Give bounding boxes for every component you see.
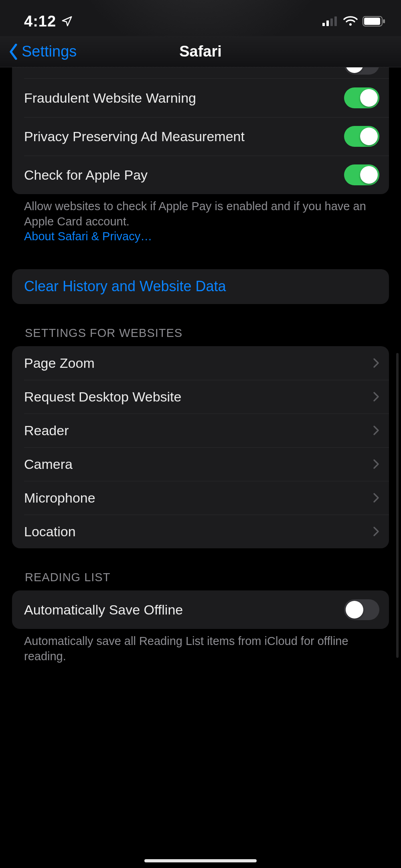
readinglist-group: Automatically Save Offline [12, 590, 389, 629]
chevron-right-icon [373, 358, 379, 368]
request-desktop-row[interactable]: Request Desktop Website [12, 380, 389, 414]
status-bar: 4:12 [0, 0, 401, 36]
svg-rect-1 [326, 20, 329, 26]
privacy-group: Fraudulent Website Warning Privacy Prese… [12, 67, 389, 194]
fraud-warning-label: Fraudulent Website Warning [24, 90, 344, 106]
privacy-ad-measurement-label: Privacy Preserving Ad Measurement [24, 128, 344, 144]
toggle-switch[interactable] [344, 126, 379, 147]
camera-label: Camera [24, 456, 373, 472]
location-label: Location [24, 523, 373, 539]
privacy-footer-text: Allow websites to check if Apple Pay is … [24, 200, 366, 228]
cellular-signal-icon [322, 16, 338, 26]
svg-point-4 [349, 23, 352, 26]
auto-save-offline-label: Automatically Save Offline [24, 602, 344, 618]
location-row[interactable]: Location [12, 515, 389, 548]
svg-rect-0 [322, 23, 325, 26]
page-zoom-row[interactable]: Page Zoom [12, 346, 389, 380]
svg-rect-7 [383, 19, 385, 23]
toggle-switch[interactable] [344, 87, 379, 108]
status-right [322, 16, 386, 26]
camera-row[interactable]: Camera [12, 447, 389, 481]
request-desktop-label: Request Desktop Website [24, 389, 373, 405]
fraud-warning-row[interactable]: Fraudulent Website Warning [12, 79, 389, 117]
websites-group: Page Zoom Request Desktop Website Reader… [12, 346, 389, 549]
chevron-right-icon [373, 391, 379, 402]
about-safari-privacy-link[interactable]: About Safari & Privacy… [24, 230, 152, 243]
microphone-label: Microphone [24, 490, 373, 506]
clear-history-button[interactable]: Clear History and Website Data [12, 269, 389, 304]
battery-icon [363, 16, 386, 26]
clear-history-label: Clear History and Website Data [24, 278, 379, 295]
location-arrow-icon [61, 15, 73, 27]
page-title: Safari [0, 43, 401, 60]
reader-label: Reader [24, 422, 373, 438]
microphone-row[interactable]: Microphone [12, 481, 389, 515]
status-time-area: 4:12 [24, 13, 73, 30]
clear-history-group: Clear History and Website Data [12, 269, 389, 304]
reader-row[interactable]: Reader [12, 414, 389, 447]
svg-rect-2 [330, 18, 333, 26]
readinglist-section-header: READING LIST [0, 571, 401, 584]
toggle-switch[interactable] [344, 599, 379, 620]
svg-rect-6 [364, 18, 380, 25]
chevron-right-icon [373, 425, 379, 436]
home-indicator[interactable] [144, 859, 257, 862]
privacy-row-cutoff[interactable] [12, 67, 389, 79]
chevron-right-icon [373, 526, 379, 537]
wifi-icon [343, 16, 358, 26]
page-zoom-label: Page Zoom [24, 355, 373, 371]
toggle-switch[interactable] [344, 67, 379, 75]
privacy-ad-measurement-row[interactable]: Privacy Preserving Ad Measurement [12, 117, 389, 156]
svg-rect-3 [334, 16, 337, 26]
privacy-footer: Allow websites to check if Apple Pay is … [0, 194, 401, 244]
chevron-right-icon [373, 493, 379, 503]
check-apple-pay-label: Check for Apple Pay [24, 167, 344, 183]
check-apple-pay-row[interactable]: Check for Apple Pay [12, 156, 389, 194]
toggle-switch[interactable] [344, 164, 379, 185]
nav-bar: Settings Safari [0, 36, 401, 67]
scroll-indicator [396, 353, 399, 658]
status-time: 4:12 [24, 13, 56, 30]
auto-save-offline-row[interactable]: Automatically Save Offline [12, 590, 389, 629]
chevron-right-icon [373, 459, 379, 469]
websites-section-header: SETTINGS FOR WEBSITES [0, 327, 401, 340]
readinglist-footer: Automatically save all Reading List item… [0, 629, 401, 664]
